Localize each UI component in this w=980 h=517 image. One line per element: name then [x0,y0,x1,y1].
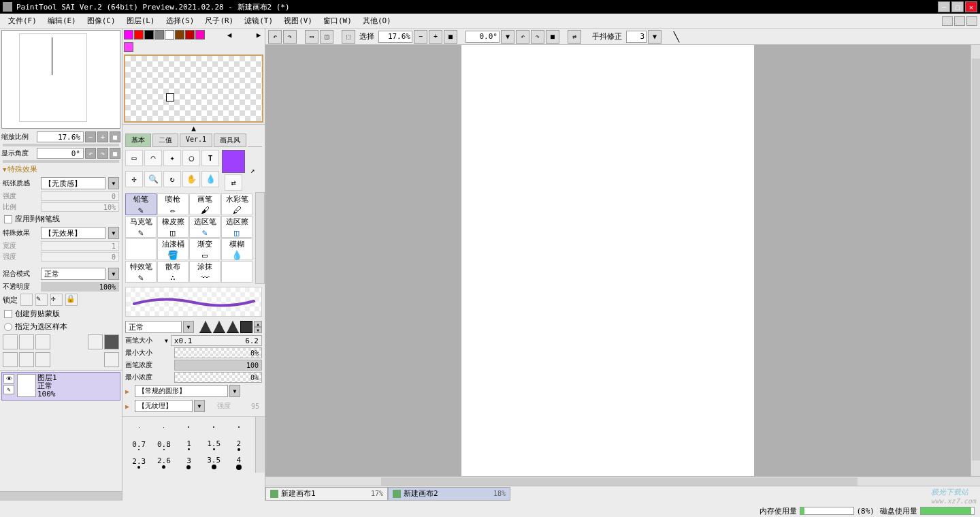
zoom-value[interactable]: 17.6% [37,131,84,142]
swatch[interactable] [144,30,154,40]
shape-up[interactable]: ▲ [254,321,262,327]
merge-down-button[interactable] [3,352,18,367]
mdi-restore[interactable] [954,16,965,26]
menu-view[interactable]: 视图(V) [278,14,318,27]
menu-other[interactable]: 其他(O) [357,14,397,27]
paper-dropdown[interactable]: 【无质感】 [41,177,105,189]
rotate-tool[interactable]: ↻ [163,171,181,187]
brush-empty-2[interactable] [221,261,252,283]
rotation-input[interactable] [466,31,500,43]
brush-smudge[interactable]: 涂抹〰 [189,261,220,283]
redo-button[interactable]: ↷ [283,30,297,44]
effect-dropdown[interactable]: 【无效果】 [41,227,105,239]
shape-down[interactable]: ▼ [254,327,262,333]
zoom-reset-button[interactable]: ■ [110,131,120,142]
transfer-layer-button[interactable] [88,334,103,349]
minsize-slider[interactable]: 0% [174,347,262,358]
tb-rot-reset[interactable]: ■ [546,30,559,44]
brush-shape-sq[interactable] [240,321,252,333]
brush-scatter[interactable]: 散布∴ [157,261,189,283]
flatten-button[interactable] [19,352,34,367]
eyedropper-tool[interactable]: 💧 [201,171,219,187]
tb-zoom-fit[interactable]: ■ [444,30,457,44]
density-slider[interactable]: 100 [174,360,262,371]
brush-blend-dropdown[interactable]: 正常 [125,321,182,333]
menu-window[interactable]: 窗口(W) [318,14,357,27]
shape-expand-icon[interactable]: ▶ [125,388,133,395]
dot-preset[interactable]: 1.5 [201,436,227,454]
line-tool-icon[interactable]: ╲ [670,30,683,44]
dot-preset[interactable]: 2.6 [152,454,177,471]
doc-tab-2[interactable]: 新建画布2 18% [388,487,510,501]
swatch[interactable] [124,42,133,52]
menu-edit[interactable]: 编辑(E) [42,14,82,27]
texture-dropdown[interactable]: 【无纹理】 [135,400,193,412]
swatch[interactable] [134,30,144,40]
opacity-slider[interactable]: 100% [41,282,119,292]
text-tool[interactable]: T [201,150,219,166]
color-picker-area[interactable] [124,54,263,123]
invert-sel-button[interactable]: ◫ [320,30,333,44]
brush-pencil[interactable]: 铅笔✎ [125,193,157,215]
stabilizer-dropdown[interactable]: ▼ [648,30,662,44]
swap-colors-icon[interactable]: ⇄ [225,174,242,191]
navigator[interactable] [1,30,120,129]
shape-tool[interactable]: ◯ [182,150,200,166]
swatch-prev-icon[interactable]: ◀ [225,31,234,40]
dot-preset[interactable] [201,418,227,436]
menu-image[interactable]: 图像(C) [82,14,121,27]
rotate-reset-button[interactable]: ■ [110,148,120,159]
brush-bucket[interactable]: 油漆桶🪣 [157,238,189,260]
new-folder-button[interactable] [35,334,50,349]
swatch-next-icon[interactable]: ▶ [254,31,263,40]
dot-preset[interactable]: 3 [176,454,201,471]
mdi-minimize[interactable] [942,16,953,26]
zoom-input[interactable] [378,31,412,43]
tb-zoom-out[interactable]: − [414,30,427,44]
menu-ruler[interactable]: 尺子(R) [199,14,239,27]
zoom-in-button[interactable]: + [97,131,108,142]
angle-value[interactable]: 0° [37,148,84,159]
brush-shape-tri3[interactable] [227,321,239,333]
foreground-color[interactable] [222,150,245,173]
dot-preset[interactable]: 1 [176,436,201,454]
fx-ratio-slider[interactable]: 10% [41,202,119,212]
color-picker-cursor[interactable] [166,93,174,101]
stabilizer-input[interactable] [626,31,647,43]
brush-airbrush[interactable]: 喷枪✏ [157,193,189,215]
rot-dropdown[interactable]: ▼ [501,30,514,44]
fx-width-slider[interactable]: 1 [41,241,119,251]
shape-arrow[interactable]: ▼ [229,385,240,397]
close-button[interactable]: ✕ [965,1,977,12]
delete-layer-button[interactable] [104,352,119,367]
new-layer-button[interactable] [3,334,18,349]
rect-select-tool[interactable]: ▭ [125,150,143,166]
fx-strength2-slider[interactable]: 0 [41,252,119,262]
lock-none-icon[interactable] [20,294,33,306]
menu-select[interactable]: 选择(S) [161,14,200,27]
clear-layer-button[interactable] [35,352,50,367]
layer-item[interactable]: 👁 ✎ 图层1 正常 100% [1,372,120,401]
clip-checkbox[interactable] [4,310,12,318]
swatch[interactable] [195,30,205,40]
wand-tool[interactable]: ✦ [163,150,181,166]
tab-basic[interactable]: 基本 [125,134,151,147]
undo-button[interactable]: ↶ [268,30,282,44]
hand-tool[interactable]: ✋ [182,171,200,187]
lock-move-icon[interactable]: ✢ [50,294,63,306]
select-mode-icon[interactable]: ⬚ [342,30,355,44]
swatch[interactable] [185,30,195,40]
layer-edit-icon[interactable]: ✎ [3,385,14,394]
rotate-cw-button[interactable]: ↷ [97,148,108,159]
size-slider[interactable]: x0.16.2 [171,335,262,346]
dot-preset[interactable] [152,418,177,436]
canvas[interactable] [461,45,754,476]
move-tool[interactable]: ✢ [125,171,143,187]
menu-file[interactable]: 文件(F) [3,14,42,27]
lock-pixel-icon[interactable]: ✎ [35,294,48,306]
swatch[interactable] [175,30,184,40]
rotate-ccw-button[interactable]: ↶ [85,148,96,159]
canvas-area[interactable] [265,45,980,476]
mask-button[interactable] [104,334,119,349]
tb-zoom-in[interactable]: + [429,30,442,44]
